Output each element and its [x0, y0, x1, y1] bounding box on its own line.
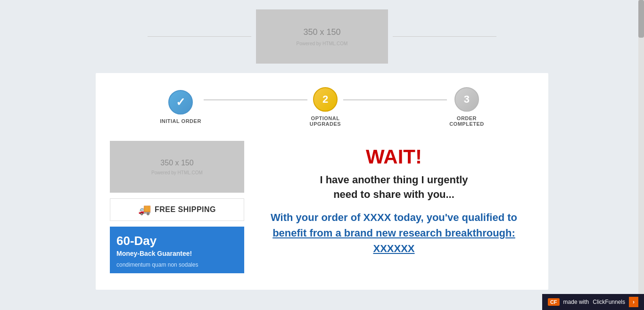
right-content: WAIT! I have another thing I urgently ne… — [254, 141, 534, 273]
urgent-line2: need to share with you... — [333, 188, 454, 200]
main-card: ✓ INITIAL ORDER 2 OPTIONALUPGRADES 3 ORD… — [96, 73, 548, 290]
left-sidebar: 350 x 150 Powered by HTML.COM 🚚 FREE SHI… — [110, 141, 244, 273]
progress-steps: ✓ INITIAL ORDER 2 OPTIONALUPGRADES 3 ORD… — [110, 87, 534, 127]
step-1-check-icon: ✓ — [176, 96, 185, 109]
money-back-title: 60-Day — [116, 234, 238, 248]
content-area: 350 x 150 Powered by HTML.COM 🚚 FREE SHI… — [110, 141, 534, 273]
step-3-number: 3 — [464, 93, 470, 106]
cf-arrow-icon[interactable]: › — [629, 297, 638, 307]
header-logo-size: 350 x 150 — [303, 27, 340, 37]
step-2: 2 OPTIONALUPGRADES — [310, 87, 341, 127]
free-shipping-badge: 🚚 FREE SHIPPING — [110, 198, 244, 221]
scrollbar-thumb[interactable] — [638, 0, 644, 38]
order-link-text: benefit from a brand new research breakt… — [272, 227, 515, 254]
order-text-before: With your order of XXXX today, you've qu… — [271, 212, 517, 223]
header-line-right — [393, 36, 496, 37]
top-header: 350 x 150 Powered by HTML.COM — [0, 0, 644, 68]
step-3-label-text: ORDERCOMPLETED — [449, 115, 484, 127]
clickfunnels-badge[interactable]: CF made with ClickFunnels › — [542, 294, 644, 310]
truck-icon: 🚚 — [138, 204, 151, 216]
step-2-label-text: OPTIONALUPGRADES — [310, 115, 341, 127]
sidebar-image-powered: Powered by HTML.COM — [151, 170, 203, 175]
money-back-badge: 60-Day Money-Back Guarantee! condimentum… — [110, 227, 244, 273]
step-connector-1 — [204, 99, 307, 100]
step-3-label: ORDERCOMPLETED — [449, 115, 484, 127]
header-logo-powered: Powered by HTML.COM — [297, 41, 348, 46]
sidebar-image: 350 x 150 Powered by HTML.COM — [110, 141, 244, 193]
header-logo: 350 x 150 Powered by HTML.COM — [256, 9, 388, 64]
sidebar-image-size: 350 x 150 — [160, 159, 193, 167]
header-line-left — [148, 36, 251, 37]
urgent-text: I have another thing I urgently need to … — [263, 173, 525, 202]
step-1-label: INITIAL ORDER — [160, 118, 201, 124]
step-connector-2 — [343, 99, 447, 100]
cf-brand: ClickFunnels — [593, 299, 625, 305]
money-back-desc: condimentum quam non sodales — [116, 261, 238, 269]
step-2-circle: 2 — [313, 87, 338, 112]
order-link[interactable]: benefit from a brand new research breakt… — [272, 227, 515, 254]
order-text: With your order of XXXX today, you've qu… — [263, 210, 525, 256]
money-back-subtitle: Money-Back Guarantee! — [116, 250, 238, 257]
wait-title: WAIT! — [263, 146, 525, 168]
step-1-circle: ✓ — [168, 90, 193, 114]
cf-label: made with — [563, 299, 589, 305]
step-2-number: 2 — [322, 93, 328, 106]
step-3-circle: 3 — [454, 87, 479, 112]
free-shipping-text: FREE SHIPPING — [155, 205, 216, 214]
urgent-line1: I have another thing I urgently — [320, 174, 468, 186]
step-2-label: OPTIONALUPGRADES — [310, 115, 341, 127]
step-3: 3 ORDERCOMPLETED — [449, 87, 484, 127]
cf-logo: CF — [548, 298, 560, 306]
scrollbar[interactable] — [638, 0, 644, 310]
step-1: ✓ INITIAL ORDER — [160, 90, 201, 124]
